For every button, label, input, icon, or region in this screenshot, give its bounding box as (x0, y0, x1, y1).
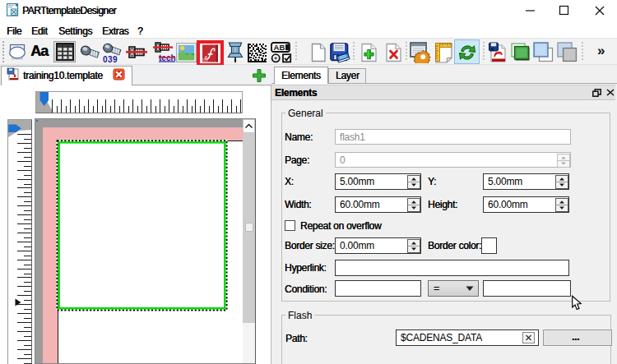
svg-text:039: 039 (103, 55, 118, 64)
svg-text:AB: AB (274, 43, 285, 52)
